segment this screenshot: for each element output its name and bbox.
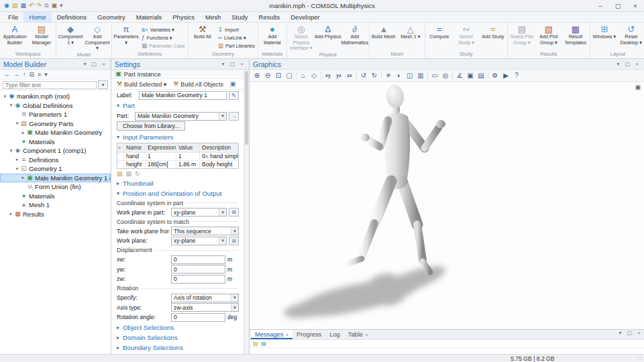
graphics-context-menu-icon[interactable]: ▣ bbox=[635, 84, 641, 90]
edit-label-icon[interactable]: ✎ bbox=[229, 91, 239, 100]
settings-scrollbar[interactable] bbox=[244, 70, 249, 354]
close-button[interactable]: × bbox=[627, 0, 644, 11]
tree-item-geometry-parts[interactable]: ▾▤Geometry Parts bbox=[0, 119, 111, 129]
save-icon[interactable]: ▦ bbox=[20, 3, 26, 9]
tree-item-parameters-1[interactable]: πParameters 1 bbox=[0, 110, 111, 119]
plot-settings-icon[interactable]: ⚙ bbox=[490, 70, 500, 80]
ribbon-button-part-libraries[interactable]: ▥Part Libraries bbox=[216, 42, 257, 50]
choose-from-library-button[interactable]: Choose from Library... bbox=[117, 121, 185, 131]
tree-item-global-definitions[interactable]: ▾◉Global Definitions bbox=[0, 101, 111, 111]
select-box-icon[interactable]: ▭ bbox=[429, 70, 440, 80]
tree-item-component-1-comp1[interactable]: ▾◆Component 1 (comp1) bbox=[0, 146, 111, 156]
tree-expander-icon[interactable]: ▸ bbox=[20, 175, 26, 180]
go-to-default-3d-view-icon[interactable]: ⌂ bbox=[298, 70, 309, 80]
tree-expander-icon[interactable]: ▾ bbox=[8, 148, 14, 154]
paste-icon[interactable]: ▣ bbox=[51, 3, 57, 9]
print-icon[interactable]: ▤ bbox=[476, 70, 486, 80]
ribbon-button-reset-desktop[interactable]: ↺Reset Desktop ▾ bbox=[618, 23, 644, 51]
ribbon-button-result-templates[interactable]: ▩Result Templates bbox=[562, 23, 589, 51]
maximize-button[interactable]: ▢ bbox=[609, 0, 627, 11]
section-edge-selections[interactable]: ▸Edge Selections bbox=[111, 353, 243, 354]
zoom-in-icon[interactable]: ⊕ bbox=[252, 70, 262, 80]
tab-table[interactable]: Table× bbox=[344, 330, 372, 339]
ribbon-button-parameters[interactable]: πParameters ▾ bbox=[113, 23, 140, 51]
undo-icon[interactable]: ↶ bbox=[29, 3, 34, 9]
tree-item-male-manikin-geometry[interactable]: ▸▣Male Manikin Geometry bbox=[0, 128, 111, 137]
ribbon-button-build-all[interactable]: ⚒Build All bbox=[189, 23, 216, 51]
go-to-xy-view-icon[interactable]: xy bbox=[323, 70, 333, 80]
take-work-plane-from-select[interactable]: This sequence▾ bbox=[171, 227, 239, 235]
ribbon-tab-results[interactable]: Results bbox=[254, 12, 286, 22]
tree-expander-icon[interactable]: ▾ bbox=[8, 103, 14, 108]
tab-messages[interactable]: Messages× bbox=[251, 330, 292, 339]
back-icon[interactable]: ← bbox=[4, 72, 10, 78]
section-position-and-orientation[interactable]: ▾ Position and Orientation of Output bbox=[111, 188, 243, 198]
section-part[interactable]: ▾ Part bbox=[111, 101, 243, 111]
ribbon-tab-definitions[interactable]: Definitions bbox=[52, 12, 92, 22]
ribbon-tab-mesh[interactable]: Mesh bbox=[200, 12, 226, 22]
quick-access-menu-icon[interactable]: ▾ bbox=[60, 3, 63, 9]
filter-options-icon[interactable]: ▾ bbox=[98, 80, 108, 89]
rotation-angle-input[interactable] bbox=[171, 313, 225, 322]
clear-log-icon[interactable]: ▨ bbox=[253, 341, 258, 347]
messages-panel-close-icon[interactable]: × bbox=[635, 330, 643, 339]
scrollbar-thumb[interactable] bbox=[245, 71, 248, 145]
close-icon[interactable]: × bbox=[285, 332, 288, 338]
xw-input[interactable] bbox=[171, 255, 225, 264]
tree-expander-icon[interactable]: ▾ bbox=[14, 166, 20, 172]
tree-item-materials[interactable]: ●Materials bbox=[0, 137, 111, 147]
scene-light-icon[interactable]: ☀ bbox=[383, 70, 394, 80]
ribbon-tab-developer[interactable]: Developer bbox=[285, 12, 325, 22]
section-boundary-selections[interactable]: ▸Boundary Selections bbox=[111, 343, 243, 353]
table-settings-icon[interactable]: ▤ bbox=[262, 341, 267, 347]
graphics-panel-close-icon[interactable]: × bbox=[633, 61, 641, 67]
work-plane-picker-icon[interactable]: ⊞ bbox=[229, 208, 239, 217]
label-input[interactable] bbox=[139, 91, 227, 100]
zw-input[interactable] bbox=[171, 275, 225, 284]
tab-progress[interactable]: Progress bbox=[292, 330, 325, 339]
open-icon[interactable]: ▤ bbox=[12, 3, 18, 9]
column-header-name[interactable]: Name bbox=[123, 143, 145, 152]
work-plane-in-part-select[interactable]: xy-plane▾ bbox=[171, 208, 227, 217]
ribbon-tab-study[interactable]: Study bbox=[226, 12, 253, 22]
refresh-parameters-icon[interactable]: ↻ bbox=[135, 171, 140, 177]
settings-panel-float-icon[interactable]: ▢ bbox=[229, 61, 236, 67]
ribbon-button-add-component[interactable]: ◇Add Component ▾ bbox=[84, 23, 111, 52]
column-header-value[interactable]: Value bbox=[176, 143, 199, 152]
ribbon-button-model-manager[interactable]: ▤Model Manager bbox=[28, 23, 55, 51]
ribbon-button-livelink[interactable]: ∞LiveLink ▾ bbox=[216, 34, 257, 42]
measure-icon[interactable]: ∡ bbox=[454, 70, 465, 80]
animation-icon[interactable]: ▶ bbox=[500, 70, 511, 80]
ribbon-button-mesh-1[interactable]: △Mesh 1 ▾ bbox=[397, 23, 424, 51]
ribbon-button-component-1[interactable]: ◆Component 1 ▾ bbox=[57, 23, 84, 52]
settings-node-tab[interactable]: ▣ Part Instance bbox=[111, 70, 249, 79]
zoom-box-icon[interactable]: ▢ bbox=[284, 70, 294, 80]
table-row[interactable]: hand110= hand simplified, 1= h... bbox=[117, 152, 238, 160]
messages-panel-menu-icon[interactable]: ▾ bbox=[616, 330, 624, 339]
rotate-counterclockwise-icon[interactable]: ↺ bbox=[358, 70, 369, 80]
section-input-parameters[interactable]: ▾ Input Parameters bbox=[111, 132, 243, 142]
move-up-icon[interactable]: ↑ bbox=[23, 72, 26, 78]
tree-menu-icon[interactable]: ▾ bbox=[44, 72, 48, 78]
forward-icon[interactable]: → bbox=[13, 72, 19, 78]
ribbon-button-windows[interactable]: ⊞Windows ▾ bbox=[591, 23, 618, 51]
rotate-clockwise-icon[interactable]: ↻ bbox=[369, 70, 380, 80]
save-parameters-icon[interactable]: ▧ bbox=[126, 171, 132, 177]
help-icon[interactable]: ? bbox=[511, 70, 522, 80]
yw-input[interactable] bbox=[171, 265, 225, 274]
table-row[interactable]: height186[cm]1.86 mBody height bbox=[117, 160, 238, 168]
ribbon-tab-file[interactable]: File bbox=[3, 12, 23, 22]
tree-expander-icon[interactable]: ▾ bbox=[14, 121, 20, 126]
work-plane-picker-icon[interactable]: ⊞ bbox=[229, 237, 239, 245]
graphics-canvas[interactable]: ▣ bbox=[250, 82, 644, 329]
tree-expander-icon[interactable]: ▾ bbox=[2, 94, 8, 99]
transparency-icon[interactable]: ◫ bbox=[405, 70, 415, 80]
ribbon-button-add-material[interactable]: ●Add Material bbox=[259, 23, 286, 51]
tree-item-results[interactable]: ▸▦Results bbox=[0, 210, 111, 219]
ribbon-button-application-builder[interactable]: AApplication Builder bbox=[1, 23, 28, 51]
tree-expander-icon[interactable]: ▸ bbox=[14, 157, 20, 162]
zoom-selected-icon[interactable]: ◎ bbox=[440, 70, 451, 80]
part-select[interactable]: Male Manikin Geometry ▾ bbox=[135, 112, 227, 121]
axis-type-select[interactable]: zw-axis▾ bbox=[171, 303, 239, 312]
zoom-out-icon[interactable]: ⊖ bbox=[262, 70, 273, 80]
